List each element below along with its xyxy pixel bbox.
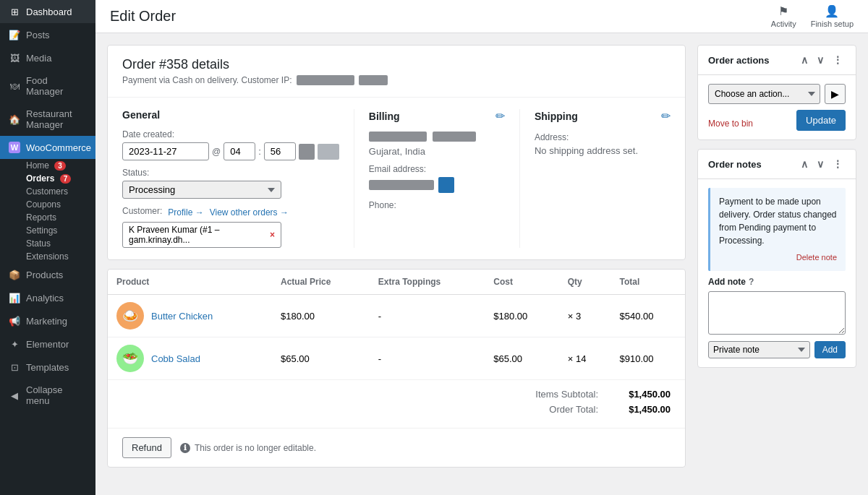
sidebar-item-label: Templates: [26, 362, 69, 373]
sidebar-sub-reports[interactable]: Reports: [0, 211, 95, 224]
order-total-row: Order Total: $1,450.00: [122, 404, 671, 415]
update-button[interactable]: Update: [796, 110, 846, 131]
shipping-edit-icon[interactable]: ✏: [661, 109, 671, 123]
sidebar-sub-coupons[interactable]: Coupons: [0, 198, 95, 211]
notes-widget-controls: ∧ ∨ ⋮: [798, 157, 846, 171]
product-cell-inner-2: 🥗 Cobb Salad: [116, 345, 263, 372]
sidebar-item-templates[interactable]: ⊡ Templates: [0, 356, 95, 379]
hour-input[interactable]: [224, 142, 255, 160]
col-qty: Qty: [559, 270, 611, 295]
note-type-select[interactable]: Private note Note to customer: [708, 341, 810, 358]
product-link-2[interactable]: Cobb Salad: [151, 353, 200, 364]
sidebar-sub-settings[interactable]: Settings: [0, 224, 95, 237]
sidebar-item-woocommerce[interactable]: W WooCommerce ▶: [0, 136, 95, 159]
add-note-label: Add note: [708, 277, 746, 287]
order-details-body: General Date created: @ :: [108, 98, 685, 259]
product-link-1[interactable]: Butter Chicken: [151, 311, 213, 322]
date-row: @ :: [122, 142, 339, 160]
notes-drag-handle[interactable]: ⋮: [830, 157, 846, 171]
sidebar-item-label: Restaurant Manager: [26, 108, 87, 130]
extra-toppings-2: -: [370, 337, 485, 380]
date-input[interactable]: [122, 142, 209, 160]
products-card-footer: Refund ℹ This order is no longer editabl…: [108, 428, 685, 467]
sidebar-item-label: Collapse menu: [26, 384, 87, 406]
sidebar-item-label: Media: [26, 53, 51, 64]
action-go-button[interactable]: ▶: [825, 84, 846, 104]
order-notes-body: Payment to be made upon delivery. Order …: [698, 179, 856, 367]
items-subtotal-value: $1,450.00: [613, 389, 671, 400]
sidebar-item-products[interactable]: 📦 Products: [0, 263, 95, 286]
activity-button[interactable]: ⚑ Activity: [771, 4, 796, 28]
sidebar-item-food-manager[interactable]: 🍽 Food Manager: [0, 69, 95, 103]
at-separator: @: [212, 147, 221, 157]
extra-toppings-1: -: [370, 295, 485, 337]
general-section: General Date created: @ :: [122, 109, 354, 248]
right-sidebar: Order actions ∧ ∨ ⋮ Choose an action... …: [697, 45, 856, 483]
sidebar-sub-status[interactable]: Status: [0, 237, 95, 250]
collapse-icon: ◀: [9, 389, 20, 401]
date-field: Date created: @ :: [122, 129, 339, 160]
templates-icon: ⊡: [9, 361, 20, 373]
view-orders-link[interactable]: View other orders →: [210, 207, 289, 218]
col-cost: Cost: [485, 270, 558, 295]
finish-setup-label: Finish setup: [811, 20, 854, 28]
not-editable-text: This order is no longer editable.: [195, 443, 316, 453]
email-button[interactable]: [438, 177, 454, 193]
phone-field: Phone:: [369, 200, 505, 210]
col-extra-toppings: Extra Toppings: [370, 270, 485, 295]
date-picker-icon[interactable]: [299, 144, 315, 160]
notes-up-button[interactable]: ∨: [814, 157, 827, 171]
widget-up-button[interactable]: ∨: [814, 53, 827, 67]
sidebar-item-analytics[interactable]: 📊 Analytics: [0, 286, 95, 309]
shipping-header: Shipping ✏: [535, 109, 671, 123]
status-select[interactable]: Processing: [122, 181, 281, 199]
move-to-bin-link[interactable]: Move to bin: [708, 119, 753, 129]
add-note-button[interactable]: Add: [814, 341, 846, 358]
sidebar-item-elementor[interactable]: ✦ Elementor: [0, 332, 95, 356]
order-total-value: $1,450.00: [613, 404, 671, 415]
note-text: Payment to be made upon delivery. Order …: [719, 195, 837, 247]
customer-remove-button[interactable]: ×: [270, 230, 275, 240]
note-textarea[interactable]: [708, 291, 846, 335]
finish-setup-button[interactable]: 👤 Finish setup: [811, 4, 854, 28]
order-subtitle: Payment via Cash on delivery. Customer I…: [122, 75, 671, 85]
sidebar-item-collapse[interactable]: ◀ Collapse menu: [0, 379, 95, 412]
sidebar-item-label: Products: [26, 270, 63, 280]
add-note-label-row: Add note ?: [708, 277, 846, 287]
billing-shipping-row: General Date created: @ :: [122, 109, 671, 248]
sidebar-sub-orders[interactable]: Orders 7: [0, 172, 95, 185]
sidebar-item-marketing[interactable]: 📢 Marketing: [0, 309, 95, 332]
sidebar-item-label: Analytics: [26, 293, 64, 304]
refund-button[interactable]: Refund: [122, 437, 171, 458]
sidebar-sub-home[interactable]: Home 3: [0, 159, 95, 172]
notes-collapse-button[interactable]: ∧: [798, 157, 811, 171]
food-manager-icon: 🍽: [9, 80, 20, 92]
sidebar-sub-label: Reports: [26, 212, 56, 223]
email-label: Email address:: [369, 164, 505, 174]
delete-note-link[interactable]: Delete note: [719, 251, 837, 264]
sidebar-item-dashboard[interactable]: ⊞ Dashboard: [0, 0, 95, 23]
billing-edit-icon[interactable]: ✏: [495, 109, 505, 123]
sidebar-sub-customers[interactable]: Customers: [0, 185, 95, 198]
billing-title: Billing: [369, 111, 400, 122]
time-picker-icon[interactable]: [318, 144, 339, 160]
sidebar-sub-label: Customers: [26, 186, 68, 197]
order-total-label: Order Total:: [511, 404, 598, 415]
widget-collapse-button[interactable]: ∧: [798, 53, 811, 67]
minute-input[interactable]: [264, 142, 296, 160]
profile-link[interactable]: Profile →: [168, 207, 203, 218]
sidebar-item-posts[interactable]: 📝 Posts: [0, 23, 95, 46]
woocommerce-icon: W: [9, 142, 20, 153]
widget-drag-handle[interactable]: ⋮: [830, 53, 846, 67]
sidebar-item-restaurant-manager[interactable]: 🏠 Restaurant Manager: [0, 103, 95, 136]
sidebar-item-label: Posts: [26, 30, 50, 40]
status-field: Status: Processing: [122, 168, 339, 199]
sidebar-item-media[interactable]: 🖼 Media: [0, 46, 95, 69]
topbar: Edit Order ⚑ Activity 👤 Finish setup: [95, 0, 868, 33]
sidebar-sub-extensions[interactable]: Extensions: [0, 250, 95, 263]
items-subtotal-label: Items Subtotal:: [511, 389, 598, 400]
home-badge: 3: [54, 161, 66, 171]
table-header-row: Product Actual Price Extra Toppings Cost…: [108, 270, 685, 295]
action-select[interactable]: Choose an action...: [708, 84, 820, 104]
col-actual-price: Actual Price: [272, 270, 370, 295]
